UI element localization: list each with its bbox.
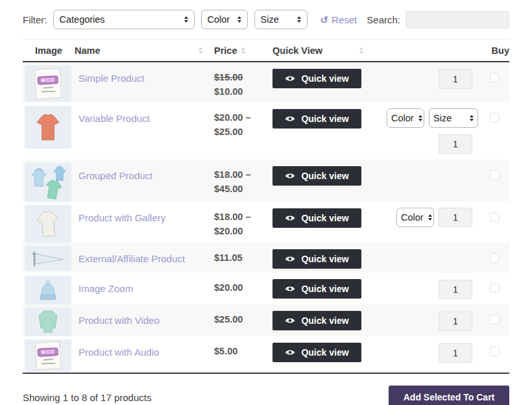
row-color-select[interactable]: Color <box>387 108 424 128</box>
quick-view-button[interactable]: Quick view <box>272 249 361 269</box>
product-name-link[interactable]: External/Affiliate Product <box>75 246 214 264</box>
quick-view-button[interactable]: Quick view <box>272 279 361 299</box>
categories-filter-value: Categories <box>60 14 105 25</box>
size-filter-value: Size <box>261 14 279 25</box>
reset-label: Reset <box>332 14 357 25</box>
table-row: Image Zoom $20.00 Quick view <box>23 273 509 304</box>
product-image-hoodie-and-tshirt <box>25 163 71 202</box>
buy-checkbox[interactable] <box>490 315 500 325</box>
product-name-link[interactable]: Product with Gallery <box>75 205 214 223</box>
sort-icon <box>199 47 202 54</box>
select-caret-icon <box>465 115 474 122</box>
table-footer: Showing 1 to 8 of 17 products Add Select… <box>23 386 509 405</box>
product-price: $15.00 $10.00 <box>214 66 272 99</box>
woo-logo: WOO <box>38 347 58 357</box>
product-image-teal-longsleeve <box>25 308 71 336</box>
select-caret-icon <box>293 16 301 23</box>
buy-checkbox[interactable] <box>490 283 500 293</box>
buy-checkbox[interactable] <box>490 170 500 180</box>
quick-view-button[interactable]: Quick view <box>272 166 361 186</box>
row-color-select[interactable]: Color <box>396 208 434 227</box>
sort-icon <box>241 47 245 54</box>
quantity-input[interactable] <box>439 343 472 363</box>
buy-checkbox[interactable] <box>490 253 500 263</box>
header-buy: Buy <box>483 45 509 56</box>
table-row: WOO Simple Product $15.00 $10.00 Quick v… <box>23 62 509 103</box>
sort-icon <box>359 47 363 54</box>
product-price: $18.00 – $20.00 <box>214 205 272 239</box>
table-row: Product with Video $25.00 Quick view <box>23 304 509 336</box>
quantity-input[interactable] <box>439 280 472 299</box>
product-image-blue-beanie <box>25 276 71 304</box>
product-name-link[interactable]: Product with Video <box>75 308 214 326</box>
select-caret-icon <box>180 16 188 23</box>
add-selected-to-cart-button[interactable]: Add Selected To Cart <box>389 386 509 405</box>
eye-icon <box>285 172 295 180</box>
buy-checkbox[interactable] <box>490 113 500 123</box>
product-name-link[interactable]: Grouped Product <box>75 163 214 181</box>
header-image: Image <box>23 45 75 56</box>
product-image-woo-poster: WOO <box>25 339 71 372</box>
woo-logo: WOO <box>38 75 58 85</box>
quick-view-button[interactable]: Quick view <box>272 343 361 362</box>
table-row: Product with Gallery $18.00 – $20.00 Qui… <box>23 202 509 243</box>
header-name[interactable]: Name <box>75 45 214 56</box>
select-caret-icon <box>414 115 422 122</box>
buy-checkbox[interactable] <box>490 73 500 82</box>
eye-icon <box>285 115 295 123</box>
quantity-input[interactable] <box>439 134 472 154</box>
search-box: Search: <box>367 11 509 29</box>
product-table-page: Filter: Categories Color Size ↺ Reset Se… <box>0 0 532 405</box>
quantity-input[interactable] <box>439 69 472 89</box>
header-price[interactable]: Price <box>214 45 272 56</box>
quick-view-button[interactable]: Quick view <box>272 208 361 228</box>
eye-icon <box>285 214 295 222</box>
product-image-coral-tshirt <box>25 106 71 149</box>
table-row: WOO Product with Audio $5.00 Quick view <box>23 336 509 373</box>
showing-count: Showing 1 to 8 of 17 products <box>23 392 151 403</box>
product-price: $25.00 <box>214 308 272 326</box>
buy-checkbox[interactable] <box>490 347 500 356</box>
table-row: Variable Product $20.00 – $25.00 Quick v… <box>23 103 509 160</box>
search-input[interactable] <box>405 11 509 29</box>
product-name-link[interactable]: Product with Audio <box>75 339 214 358</box>
reset-button[interactable]: ↺ Reset <box>320 14 357 25</box>
table-body: WOO Simple Product $15.00 $10.00 Quick v… <box>23 62 509 374</box>
table-row: External/Affiliate Product $11.05 Quick … <box>23 243 509 273</box>
row-size-select[interactable]: Size <box>429 108 478 128</box>
filter-bar: Filter: Categories Color Size ↺ Reset Se… <box>23 9 509 30</box>
product-price: $20.00 – $25.00 <box>214 106 272 140</box>
color-filter-value: Color <box>208 14 230 25</box>
quick-view-button[interactable]: Quick view <box>272 109 361 129</box>
product-image-pennant-flag <box>25 246 71 271</box>
eye-icon <box>285 349 295 356</box>
buy-checkbox[interactable] <box>490 212 500 222</box>
color-filter-select[interactable]: Color <box>201 10 248 29</box>
product-price: $18.00 – $45.00 <box>214 163 272 197</box>
product-price: $20.00 <box>214 276 272 295</box>
eye-icon <box>285 317 295 325</box>
quantity-input[interactable] <box>439 208 472 227</box>
eye-icon <box>285 255 295 263</box>
product-price: $11.05 <box>214 246 272 265</box>
select-caret-icon <box>424 214 432 221</box>
quick-view-button[interactable]: Quick view <box>272 311 361 330</box>
eye-icon <box>285 75 295 82</box>
search-label: Search: <box>367 14 400 25</box>
product-name-link[interactable]: Simple Product <box>75 66 214 84</box>
table-row: Grouped Product $18.00 – $45.00 Quick vi… <box>23 160 509 202</box>
reset-icon: ↺ <box>320 15 329 25</box>
categories-filter-select[interactable]: Categories <box>53 10 195 29</box>
select-caret-icon <box>233 16 241 23</box>
table-header: Image Name Price Quick View Buy <box>23 39 509 62</box>
product-image-white-tshirt <box>25 205 71 243</box>
product-price: $5.00 <box>214 339 272 358</box>
product-image-woo-poster: WOO <box>25 66 71 102</box>
quick-view-button[interactable]: Quick view <box>272 69 361 88</box>
header-quick-view[interactable]: Quick View <box>272 45 375 56</box>
product-name-link[interactable]: Image Zoom <box>75 276 214 294</box>
product-name-link[interactable]: Variable Product <box>75 106 214 124</box>
quantity-input[interactable] <box>439 312 472 331</box>
filter-label: Filter: <box>23 14 47 25</box>
size-filter-select[interactable]: Size <box>254 10 308 29</box>
